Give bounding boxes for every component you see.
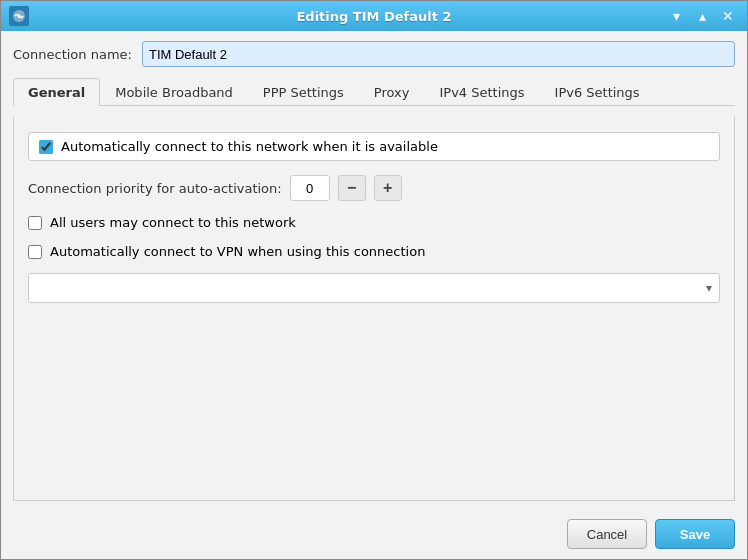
connection-name-label: Connection name:	[13, 47, 132, 62]
auto-connect-row: Automatically connect to this network wh…	[28, 132, 720, 161]
vpn-dropdown[interactable]	[28, 273, 720, 303]
auto-vpn-row: Automatically connect to VPN when using …	[28, 244, 720, 259]
button-row: Cancel Save	[1, 511, 747, 559]
tab-general[interactable]: General	[13, 78, 100, 106]
content-area: Connection name: General Mobile Broadban…	[1, 31, 747, 511]
tab-proxy[interactable]: Proxy	[359, 78, 425, 106]
svg-point-1	[18, 15, 21, 18]
priority-input[interactable]	[290, 175, 330, 201]
all-users-row: All users may connect to this network	[28, 215, 720, 230]
app-icon	[9, 6, 29, 26]
auto-connect-checkbox[interactable]	[39, 140, 53, 154]
titlebar-left	[9, 6, 29, 26]
auto-vpn-label: Automatically connect to VPN when using …	[50, 244, 425, 259]
auto-vpn-checkbox[interactable]	[28, 245, 42, 259]
tab-mobile-broadband[interactable]: Mobile Broadband	[100, 78, 248, 106]
priority-decrement-button[interactable]: −	[338, 175, 366, 201]
cancel-button[interactable]: Cancel	[567, 519, 647, 549]
tab-ipv6-settings[interactable]: IPv6 Settings	[540, 78, 655, 106]
maximize-button[interactable]: ▴	[691, 5, 713, 27]
tab-ipv4-settings[interactable]: IPv4 Settings	[424, 78, 539, 106]
close-button[interactable]: ✕	[717, 5, 739, 27]
connection-name-row: Connection name:	[13, 41, 735, 67]
tab-content-general: Automatically connect to this network wh…	[13, 116, 735, 501]
tab-ppp-settings[interactable]: PPP Settings	[248, 78, 359, 106]
priority-increment-button[interactable]: +	[374, 175, 402, 201]
connection-name-input[interactable]	[142, 41, 735, 67]
window-title: Editing TIM Default 2	[296, 9, 451, 24]
minimize-button[interactable]: ▾	[665, 5, 687, 27]
tab-bar: General Mobile Broadband PPP Settings Pr…	[13, 77, 735, 106]
save-button[interactable]: Save	[655, 519, 735, 549]
all-users-label: All users may connect to this network	[50, 215, 296, 230]
all-users-checkbox[interactable]	[28, 216, 42, 230]
titlebar-controls: ▾ ▴ ✕	[665, 5, 739, 27]
content-spacer	[28, 317, 720, 484]
main-window: Editing TIM Default 2 ▾ ▴ ✕ Connection n…	[0, 0, 748, 560]
auto-connect-label: Automatically connect to this network wh…	[61, 139, 438, 154]
titlebar: Editing TIM Default 2 ▾ ▴ ✕	[1, 1, 747, 31]
priority-label: Connection priority for auto-activation:	[28, 181, 282, 196]
priority-row: Connection priority for auto-activation:…	[28, 175, 720, 201]
vpn-dropdown-wrapper: ▾	[28, 273, 720, 303]
